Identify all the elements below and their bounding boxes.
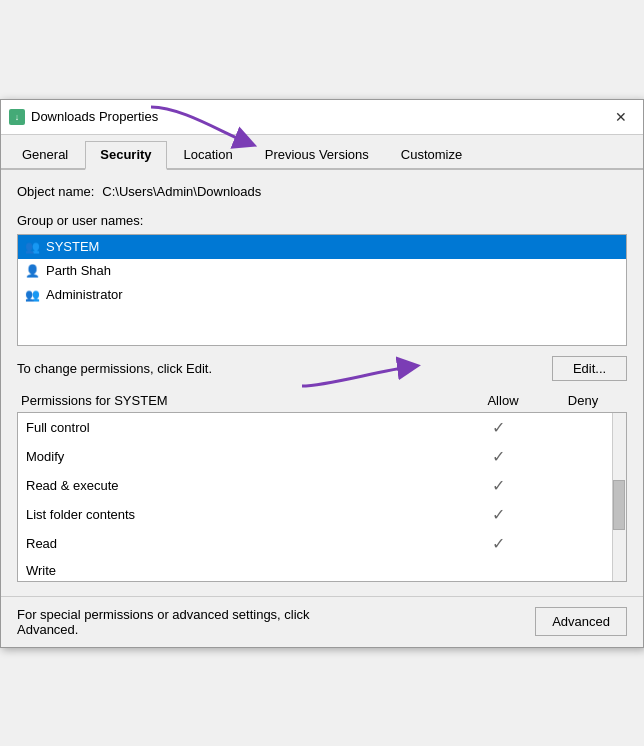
system-icon: 👥 (24, 239, 40, 255)
object-name-value: C:\Users\Admin\Downloads (102, 184, 261, 199)
close-button[interactable]: ✕ (607, 106, 635, 128)
perm-label-modify: Modify (26, 449, 458, 464)
perm-label-read: Read (26, 536, 458, 551)
user-name-parth: Parth Shah (46, 263, 111, 278)
user-name-system: SYSTEM (46, 239, 99, 254)
title-bar: ↓ Downloads Properties ✕ (1, 100, 643, 135)
tab-general[interactable]: General (7, 141, 83, 168)
user-name-admin: Administrator (46, 287, 123, 302)
perm-label-list-folder: List folder contents (26, 507, 458, 522)
group-users-label: Group or user names: (17, 213, 627, 228)
perm-allow-list-folder: ✓ (458, 505, 538, 524)
perm-label-read-execute: Read & execute (26, 478, 458, 493)
permissions-header: Permissions for SYSTEM Allow Deny (17, 393, 627, 408)
perm-row-list-folder: List folder contents ✓ (18, 500, 626, 529)
tab-location[interactable]: Location (169, 141, 248, 168)
change-permissions-row: To change permissions, click Edit. Edit.… (17, 356, 627, 381)
allow-column-header: Allow (463, 393, 543, 408)
perm-row-modify: Modify ✓ (18, 442, 626, 471)
object-name-row: Object name: C:\Users\Admin\Downloads (17, 184, 627, 199)
admin-icon: 👥 (24, 287, 40, 303)
change-permissions-text: To change permissions, click Edit. (17, 361, 212, 376)
tab-security[interactable]: Security (85, 141, 166, 170)
scrollbar-track[interactable] (612, 413, 626, 581)
user-item-admin[interactable]: 👥 Administrator (18, 283, 626, 307)
perm-row-write: Write (18, 558, 626, 582)
window: ↓ Downloads Properties ✕ General Securit… (0, 99, 644, 648)
permissions-section: Permissions for SYSTEM Allow Deny Full c… (17, 393, 627, 582)
perm-allow-modify: ✓ (458, 447, 538, 466)
parth-icon: 👤 (24, 263, 40, 279)
perm-allow-read: ✓ (458, 534, 538, 553)
advanced-button[interactable]: Advanced (535, 607, 627, 636)
tab-content: Object name: C:\Users\Admin\Downloads Gr… (1, 170, 643, 594)
perm-label-full-control: Full control (26, 420, 458, 435)
tab-previous-versions[interactable]: Previous Versions (250, 141, 384, 168)
tab-customize[interactable]: Customize (386, 141, 477, 168)
user-item-system[interactable]: 👥 SYSTEM (18, 235, 626, 259)
perm-label-write: Write (26, 563, 458, 578)
special-permissions-text: For special permissions or advanced sett… (17, 607, 357, 637)
perm-allow-full-control: ✓ (458, 418, 538, 437)
bottom-area: For special permissions or advanced sett… (1, 596, 643, 647)
permissions-table[interactable]: Full control ✓ Modify ✓ Read & execute ✓… (17, 412, 627, 582)
perm-row-read-execute: Read & execute ✓ (18, 471, 626, 500)
arrow-annotation-edit (297, 346, 427, 396)
window-title: Downloads Properties (31, 109, 158, 124)
deny-column-header: Deny (543, 393, 623, 408)
perm-allow-read-execute: ✓ (458, 476, 538, 495)
perm-row-read: Read ✓ (18, 529, 626, 558)
user-item-parth[interactable]: 👤 Parth Shah (18, 259, 626, 283)
edit-button[interactable]: Edit... (552, 356, 627, 381)
tabs-bar: General Security Location Previous Versi… (1, 135, 643, 170)
window-icon: ↓ (9, 109, 25, 125)
scrollbar-thumb[interactable] (613, 480, 625, 530)
permissions-for-label: Permissions for SYSTEM (21, 393, 463, 408)
perm-row-full-control: Full control ✓ (18, 413, 626, 442)
object-name-label: Object name: (17, 184, 94, 199)
users-list[interactable]: 👥 SYSTEM 👤 Parth Shah 👥 Administrator (17, 234, 627, 346)
title-bar-left: ↓ Downloads Properties (9, 109, 158, 125)
